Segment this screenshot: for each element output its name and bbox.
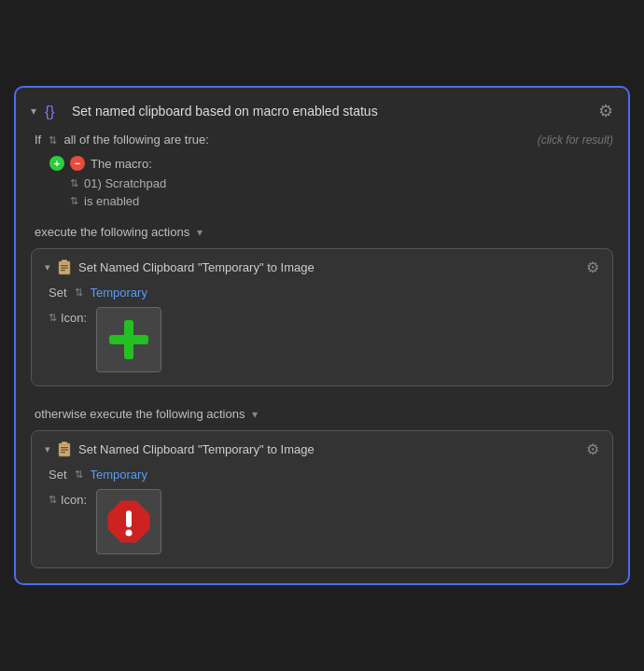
- first-action-header: ▾ Set Named Clipboard "Temporary" to Ima…: [45, 259, 599, 276]
- condition-row: If ⇅ all of the following are true: (cli…: [31, 133, 613, 147]
- first-action-gear-icon[interactable]: ⚙: [586, 259, 599, 276]
- set-label-2: Set: [49, 468, 67, 482]
- macro-sub-row-2: ⇅ is enabled: [49, 194, 613, 208]
- header-left: ▾ {} Set named clipboard based on macro …: [31, 101, 378, 121]
- clipboard-icon-2: [56, 441, 73, 458]
- macro-name-value: 01) Scratchpad: [84, 176, 166, 190]
- second-action-title: Set Named Clipboard "Temporary" to Image: [78, 442, 315, 456]
- outer-card: ▾ {} Set named clipboard based on macro …: [14, 86, 630, 585]
- remove-condition-button[interactable]: −: [70, 156, 85, 171]
- set-value-2[interactable]: Temporary: [91, 468, 147, 482]
- updown-icon[interactable]: ⇅: [49, 134, 57, 146]
- otherwise-row: otherwise execute the following actions …: [31, 398, 613, 430]
- svg-rect-14: [126, 510, 132, 527]
- click-result-label[interactable]: (click for result): [538, 133, 613, 147]
- svg-text:{}: {}: [45, 104, 55, 119]
- set-label-1: Set: [49, 286, 67, 300]
- icon-text-2: Icon:: [61, 493, 87, 507]
- first-action-card: ▾ Set Named Clipboard "Temporary" to Ima…: [31, 248, 613, 386]
- svg-rect-4: [61, 267, 68, 268]
- clipboard-icon: [56, 259, 73, 276]
- macro-label: The macro:: [91, 157, 152, 171]
- first-action-set-row: Set ⇅ Temporary: [45, 286, 599, 300]
- updown-icon-1[interactable]: ⇅: [70, 177, 78, 189]
- svg-rect-2: [62, 259, 67, 262]
- second-action-icon-row: ⇅ Icon:: [45, 489, 599, 554]
- icon-updown-icon-2[interactable]: ⇅: [49, 494, 57, 506]
- add-condition-button[interactable]: +: [49, 156, 64, 171]
- first-action-chevron-icon[interactable]: ▾: [45, 261, 50, 273]
- condition-text: If ⇅ all of the following are true:: [35, 133, 209, 147]
- collapse-chevron-icon[interactable]: ▾: [31, 105, 36, 118]
- set-updown-icon-1[interactable]: ⇅: [75, 287, 83, 299]
- svg-point-15: [126, 530, 133, 537]
- header-title: Set named clipboard based on macro enabl…: [72, 104, 378, 119]
- svg-rect-3: [61, 265, 68, 266]
- all-of-label: all of the following are true:: [63, 133, 208, 147]
- execute-chevron-icon[interactable]: ▾: [197, 226, 203, 239]
- settings-gear-icon[interactable]: ⚙: [598, 101, 613, 121]
- second-action-header: ▾ Set Named Clipboard "Temporary" to Ima…: [45, 440, 599, 458]
- macro-enabled-value: is enabled: [84, 194, 139, 208]
- svg-rect-10: [61, 447, 68, 448]
- icon-label-2: ⇅ Icon:: [49, 489, 87, 507]
- macro-sub-row-1: ⇅ 01) Scratchpad: [49, 176, 613, 190]
- header-row: ▾ {} Set named clipboard based on macro …: [31, 101, 613, 121]
- second-action-icon-preview[interactable]: [96, 489, 161, 554]
- first-action-icon-row: ⇅ Icon:: [45, 307, 599, 372]
- first-action-icon-preview[interactable]: [96, 307, 161, 372]
- first-action-title: Set Named Clipboard "Temporary" to Image: [78, 260, 315, 274]
- set-updown-icon-2[interactable]: ⇅: [75, 468, 83, 481]
- svg-rect-11: [61, 449, 68, 450]
- svg-rect-12: [61, 452, 65, 453]
- icon-label-1: ⇅ Icon:: [49, 307, 87, 325]
- otherwise-chevron-icon[interactable]: ▾: [252, 408, 258, 421]
- macro-icon: {}: [44, 101, 64, 121]
- second-action-chevron-icon[interactable]: ▾: [45, 443, 50, 455]
- icon-text-1: Icon:: [61, 311, 87, 325]
- second-action-header-left: ▾ Set Named Clipboard "Temporary" to Ima…: [45, 441, 315, 458]
- if-label: If: [35, 133, 41, 147]
- otherwise-label: otherwise execute the following actions: [35, 407, 245, 421]
- execute-row: execute the following actions ▾: [31, 216, 613, 248]
- first-action-header-left: ▾ Set Named Clipboard "Temporary" to Ima…: [45, 259, 315, 276]
- second-action-set-row: Set ⇅ Temporary: [45, 468, 599, 482]
- updown-icon-2[interactable]: ⇅: [70, 195, 78, 207]
- svg-rect-9: [62, 441, 67, 444]
- svg-rect-7: [109, 335, 148, 344]
- execute-label: execute the following actions: [35, 225, 189, 239]
- second-action-gear-icon[interactable]: ⚙: [586, 440, 599, 458]
- svg-rect-5: [61, 270, 65, 271]
- second-action-card: ▾ Set Named Clipboard "Temporary" to Ima…: [31, 430, 613, 568]
- macro-header: + − The macro:: [49, 156, 613, 171]
- set-value-1[interactable]: Temporary: [91, 286, 147, 300]
- green-plus-icon: [105, 316, 152, 363]
- icon-updown-icon-1[interactable]: ⇅: [49, 312, 57, 324]
- warning-icon: [105, 497, 153, 546]
- macro-block: + − The macro: ⇅ 01) Scratchpad ⇅ is ena…: [31, 156, 613, 208]
